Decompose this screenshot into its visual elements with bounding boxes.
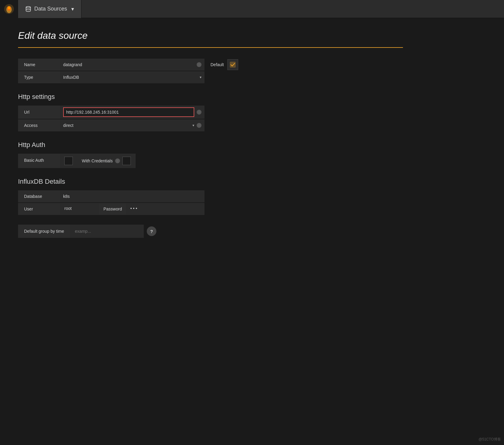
type-label: Type xyxy=(18,71,60,83)
access-value: direct xyxy=(63,123,190,128)
checkmark-icon xyxy=(229,61,236,68)
page-title: Edit data source xyxy=(18,30,403,41)
url-info-icon[interactable]: i xyxy=(197,110,201,115)
user-field xyxy=(60,203,99,215)
group-by-input[interactable] xyxy=(75,229,139,234)
auth-row: Basic Auth With Credentials i xyxy=(18,154,204,168)
basic-auth-label: Basic Auth xyxy=(18,154,60,168)
type-value: InfluxDB xyxy=(63,75,197,80)
svg-point-4 xyxy=(26,6,31,8)
url-input[interactable] xyxy=(66,110,191,115)
url-label: Url xyxy=(18,106,60,119)
group-by-field xyxy=(70,225,144,238)
database-row: Database xyxy=(18,190,204,202)
access-label: Access xyxy=(18,119,60,131)
with-credentials-area: With Credentials i xyxy=(77,154,136,168)
datasources-menu[interactable]: Data Sources ▾ xyxy=(18,0,81,18)
type-field: InfluxDB ▾ xyxy=(60,71,204,83)
influxdb-title: InfluxDB Details xyxy=(18,178,403,186)
logo-icon xyxy=(4,4,14,14)
user-label: User xyxy=(18,203,60,215)
password-field xyxy=(126,203,204,215)
name-info-icon[interactable]: i xyxy=(197,62,201,67)
url-input-wrapper xyxy=(63,107,194,117)
name-field: i xyxy=(60,59,204,71)
with-credentials-checkbox[interactable] xyxy=(122,157,131,165)
with-credentials-label: With Credentials xyxy=(82,158,113,163)
access-dropdown-arrow: ▾ xyxy=(192,123,194,127)
section-divider xyxy=(18,47,403,48)
basic-auth-checkbox-area xyxy=(60,154,77,168)
default-cell: Default xyxy=(211,59,238,71)
default-checkbox[interactable] xyxy=(227,59,238,70)
watermark: @51CTO博客 xyxy=(478,437,501,442)
basic-auth-checkbox[interactable] xyxy=(64,157,73,165)
name-label: Name xyxy=(18,59,60,71)
datasources-icon xyxy=(25,6,31,12)
type-row: Type InfluxDB ▾ xyxy=(18,71,204,83)
type-dropdown-arrow: ▾ xyxy=(200,75,201,79)
chevron-down-icon: ▾ xyxy=(71,6,74,12)
http-settings-title: Http settings xyxy=(18,93,403,101)
name-input[interactable] xyxy=(63,62,194,67)
url-row: Url i xyxy=(18,106,204,119)
default-label: Default xyxy=(211,62,224,67)
topbar: Data Sources ▾ xyxy=(0,0,504,18)
group-by-label: Default group by time xyxy=(18,225,70,238)
database-input[interactable] xyxy=(63,194,201,199)
app-logo[interactable] xyxy=(0,0,18,18)
group-by-row: Default group by time ? xyxy=(18,225,156,238)
password-label: Password xyxy=(99,203,126,215)
database-field xyxy=(60,190,204,202)
password-input[interactable] xyxy=(130,206,200,211)
with-credentials-info-icon[interactable]: i xyxy=(115,158,120,163)
access-row: Access direct ▾ i xyxy=(18,119,204,131)
user-input[interactable] xyxy=(64,206,95,211)
access-info-icon[interactable]: i xyxy=(197,123,201,128)
http-auth-title: Http Auth xyxy=(18,141,403,149)
user-password-row: User Password xyxy=(18,203,204,215)
page-content: Edit data source Name i Default Type Inf… xyxy=(0,18,421,250)
database-label: Database xyxy=(18,190,60,202)
name-row: Name i Default xyxy=(18,59,403,71)
access-field: direct ▾ i xyxy=(60,119,204,131)
url-field: i xyxy=(60,106,204,119)
group-by-help-icon[interactable]: ? xyxy=(147,226,156,236)
svg-point-3 xyxy=(8,6,10,9)
datasources-label: Data Sources xyxy=(34,6,67,12)
